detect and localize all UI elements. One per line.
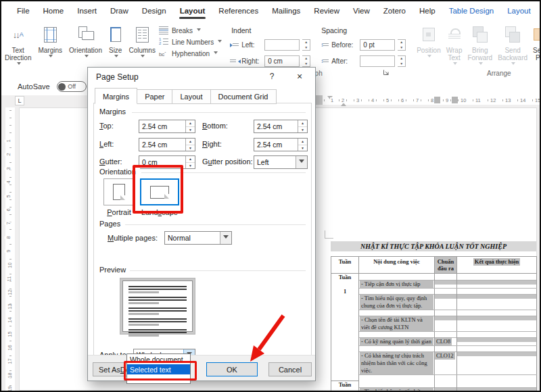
menu-tab-help[interactable]: Help (413, 3, 442, 20)
spacing-before-stepper[interactable]: ▲▼ (398, 39, 406, 51)
menu-tab-table-design[interactable]: Table Design (443, 3, 500, 20)
spacing-after-label: After: (331, 57, 357, 65)
table-column-marker[interactable] (434, 97, 440, 103)
spinner[interactable]: ▲▼ (185, 139, 195, 151)
vertical-ruler[interactable]: 12345678910111213141516171819 (5, 107, 15, 391)
horizontal-ruler[interactable]: 123456789101112131415 (312, 95, 540, 105)
spinner[interactable]: ▲▼ (185, 120, 195, 132)
table-column-marker[interactable] (452, 97, 458, 103)
text-boundary-corner (325, 230, 333, 239)
text-button[interactable]: ↓↓ATextDirection (1, 25, 34, 69)
menu-tab-mailings[interactable]: Mailings (266, 3, 306, 20)
vruler-number: 1 (5, 139, 12, 142)
vruler-number: 16 (6, 345, 14, 350)
orientation-section-label: Orientation (99, 168, 140, 176)
indent-left-input[interactable] (264, 39, 300, 51)
spacing-after-stepper[interactable]: ▲▼ (398, 55, 406, 67)
vruler-number: 14 (6, 318, 14, 323)
bring-forward-button[interactable]: BringForward (465, 25, 495, 69)
field-label-gutter-position-: Gutter position: (202, 157, 253, 166)
menu-tab-home[interactable]: Home (37, 3, 70, 20)
ruler-margin-block (315, 95, 323, 105)
breaks-stack: Breaks12Line Numbersbc-Hyphenation (159, 26, 222, 57)
landscape-label: Landscape (136, 208, 183, 216)
send-backward-button[interactable]: SendBackward (495, 25, 530, 69)
vruler-number: 4 (5, 181, 12, 184)
selected-text-line: chung của đơn vị thực tập. (360, 302, 433, 310)
field-bottom-[interactable]: 2.54 cm▲▼ (254, 120, 308, 133)
spinner[interactable]: ▲▼ (185, 156, 195, 168)
selection-pane-icon (534, 25, 541, 44)
field-top-[interactable]: 2.54 cm▲▼ (139, 120, 195, 133)
arrange-group: PositionWrapTextBringForwardSendBackward… (414, 21, 541, 69)
menu-tab-layout[interactable]: Layout (501, 3, 537, 20)
portrait-option[interactable] (103, 178, 135, 205)
hyphenation-button[interactable]: bc-Hyphenation (159, 49, 222, 57)
field-gutter-position-[interactable]: Left (254, 155, 308, 169)
menu-tab-file[interactable]: File (11, 3, 36, 20)
tab-document-grid[interactable]: Document Grid (210, 89, 277, 104)
selected-text-line: việc. (360, 367, 433, 374)
indent-right-stepper[interactable]: ▲▼ (302, 55, 310, 67)
field-label-top-: Top: (99, 122, 114, 130)
help-icon[interactable]: ? (266, 72, 277, 81)
tab-layout[interactable]: Layout (172, 89, 210, 104)
hruler-number: 9 (445, 97, 449, 103)
field-left-[interactable]: 2.54 cm▲▼ (139, 138, 195, 151)
autosave-toggle[interactable]: Off (57, 81, 87, 92)
indent-right-label: Right: (241, 57, 262, 65)
week-cell: Tuần2 (331, 381, 359, 392)
spacing-before-input[interactable]: 0 pt (360, 39, 395, 51)
hruler-number: 5 (385, 97, 390, 103)
autosave-state: Off (68, 83, 76, 90)
tab-stop-selector[interactable]: L (15, 96, 24, 105)
spinner[interactable]: ▲▼ (298, 139, 307, 151)
vruler-number: 12 (6, 290, 14, 295)
sele-pa-button[interactable]: SelePa (530, 25, 541, 69)
menu-tab-insert[interactable]: Insert (71, 3, 103, 20)
paragraph-dialog-launcher-icon[interactable] (383, 69, 390, 76)
pages-section-label: Pages (99, 220, 124, 228)
vruler-number: 11 (5, 276, 13, 282)
vruler-number: 7 (5, 222, 12, 225)
close-icon[interactable]: × (293, 71, 306, 82)
landscape-option[interactable] (140, 178, 179, 205)
indent-left-icon (230, 42, 239, 49)
menu-tab-review[interactable]: Review (308, 3, 346, 20)
menu-tab-design[interactable]: Design (136, 3, 172, 20)
page-setup-group: ↓↓ATextDirectionMarginsOrientationSizeCo… (1, 21, 159, 69)
menu-tab-zotero[interactable]: Zotero (377, 3, 412, 20)
selected-text-line: - Tìm hiểu bộ máy tổ chức, (360, 388, 433, 392)
position-button[interactable]: Position (414, 25, 444, 69)
size-button[interactable]: Size (105, 25, 125, 69)
size-icon (110, 25, 121, 44)
indent-left-stepper[interactable]: ▲▼ (302, 39, 310, 51)
menu-tab-references[interactable]: References (212, 3, 264, 20)
spinner[interactable]: ▲▼ (298, 120, 307, 132)
hruler-number: 1 (330, 97, 334, 103)
orientation-button[interactable]: Orientation (66, 25, 105, 69)
tab-margins[interactable]: Margins (95, 88, 137, 104)
margins-section-label: Margins (99, 107, 130, 116)
wrap-text-button[interactable]: WrapText (444, 25, 465, 69)
columns-icon (136, 25, 149, 44)
dropdown-option-selected-text[interactable]: Selected text (127, 364, 190, 374)
field-right-[interactable]: 2.54 cm▲▼ (254, 138, 308, 151)
line-numbers-icon: 12 (159, 38, 169, 46)
line-numbers-button[interactable]: 12Line Numbers (159, 38, 222, 46)
menu-tab-draw[interactable]: Draw (104, 3, 135, 20)
breaks-icon (159, 26, 169, 34)
field-gutter-[interactable]: 0 cm▲▼ (139, 155, 195, 169)
multiple-pages-select[interactable]: Normal (164, 231, 232, 245)
menu-tab-layout[interactable]: Layout (174, 3, 212, 20)
indent-right-input[interactable]: 0 cm (264, 55, 300, 67)
dialog-tabs: MarginsPaperLayoutDocument Grid (95, 88, 276, 104)
columns-button[interactable]: Columns (125, 25, 158, 69)
dropdown-option-whole-document[interactable]: Whole document (127, 354, 190, 364)
spacing-after-input[interactable] (360, 55, 395, 67)
tab-paper[interactable]: Paper (137, 89, 172, 104)
margins-button[interactable]: Margins (34, 25, 66, 69)
breaks-button[interactable]: Breaks (159, 26, 222, 34)
menu-tab-view[interactable]: View (347, 3, 376, 20)
indent-label: Indent (231, 26, 310, 34)
